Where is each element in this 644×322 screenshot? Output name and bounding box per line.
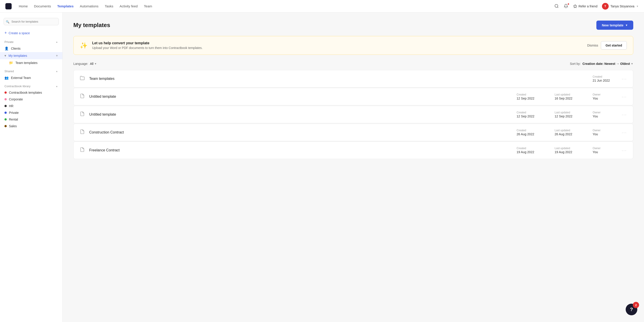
- language-filter: Language: All ▼: [73, 62, 97, 66]
- create-space-button[interactable]: + Create a space: [0, 29, 62, 37]
- sidebar-item-external-team[interactable]: 👥 External Team: [0, 74, 62, 82]
- brown-dot-icon: [4, 125, 7, 127]
- meta-last-updated: Last updated 26 Aug 2022: [554, 129, 579, 136]
- new-template-button[interactable]: New template ▼: [596, 20, 633, 30]
- create-space-label: Create a space: [9, 31, 30, 35]
- conversion-banner: ✨ Let us help convert your template Uplo…: [73, 36, 633, 55]
- sidebar-item-label: HR: [9, 104, 14, 108]
- sort-label: Sort by:: [570, 62, 580, 66]
- green-dot-icon: [4, 118, 7, 120]
- meta-owner: Owner You: [592, 129, 617, 136]
- shared-section-label: Shared: [4, 70, 14, 73]
- shared-section-arrow: ▲: [56, 70, 58, 72]
- new-template-label: New template: [602, 23, 624, 27]
- sidebar-item-rental[interactable]: Rental: [0, 116, 62, 123]
- nav-activity-feed[interactable]: Activity feed: [120, 4, 138, 8]
- created-value: 12 Sep 2022: [516, 114, 541, 118]
- sidebar-item-label: Corporate: [9, 98, 23, 101]
- sidebar-item-contractbook-templates[interactable]: Contractbook templates: [0, 89, 62, 96]
- person-icon: 👤: [4, 46, 9, 50]
- template-meta: Created 26 Aug 2022 Last updated 26 Aug …: [516, 129, 617, 136]
- template-row[interactable]: Untitled template Created 12 Sep 2022 La…: [73, 106, 633, 123]
- template-meta: Created 21 Jun 2022: [592, 75, 617, 82]
- search-input[interactable]: [4, 18, 59, 25]
- language-filter-value[interactable]: All ▼: [90, 62, 96, 66]
- created-value: 26 Aug 2022: [516, 132, 541, 136]
- created-value: 12 Sep 2022: [516, 96, 541, 100]
- file-icon: [80, 111, 85, 118]
- template-meta: Created 12 Sep 2022 Last updated 16 Sep …: [516, 93, 617, 100]
- private-section-label: Private: [4, 40, 14, 44]
- new-template-arrow: ▼: [625, 24, 628, 27]
- last-updated-value: 19 Aug 2022: [554, 150, 579, 154]
- nav-templates[interactable]: Templates: [57, 4, 74, 8]
- sort-value[interactable]: Creation date: Newest → Oldest ▼: [582, 62, 633, 66]
- created-label: Created: [592, 75, 617, 78]
- sidebar-item-hr[interactable]: HR: [0, 103, 62, 109]
- user-name: Tanya Stoyanova: [610, 4, 634, 8]
- chevron-down-icon: ▾: [4, 54, 6, 58]
- meta-created: Created 19 Aug 2022: [516, 147, 541, 154]
- red-dot-icon: [4, 92, 7, 94]
- sidebar: 🔍 + Create a space Private ▲ 👤 Clients ▾…: [0, 12, 62, 322]
- template-row[interactable]: Freelance Contract Created 19 Aug 2022 L…: [73, 142, 633, 159]
- owner-value: You: [592, 132, 617, 136]
- main-content: My templates New template ▼ ✨ Let us hel…: [62, 12, 644, 322]
- template-row[interactable]: Team templates Created 21 Jun 2022 ···: [73, 70, 633, 88]
- template-row[interactable]: Untitled template Created 12 Sep 2022 La…: [73, 88, 633, 105]
- owner-value: You: [592, 150, 617, 154]
- created-value: 21 Jun 2022: [592, 79, 617, 82]
- sidebar-item-team-templates[interactable]: 📁 Team templates: [0, 59, 62, 66]
- help-badge: 2 ?: [626, 304, 637, 315]
- template-name: Untitled template: [89, 94, 512, 98]
- sidebar-section-library[interactable]: Contractbook library ▲: [0, 83, 62, 89]
- sidebar-item-private[interactable]: Private: [0, 109, 62, 116]
- owner-value: You: [592, 114, 617, 118]
- more-options-icon[interactable]: ···: [622, 130, 627, 135]
- sidebar-item-label: Clients: [11, 47, 20, 50]
- nav-automations[interactable]: Automations: [80, 4, 98, 8]
- notification-dot: [568, 3, 569, 5]
- plus-icon: +: [4, 31, 7, 35]
- nav-documents[interactable]: Documents: [34, 4, 51, 8]
- sidebar-section-private[interactable]: Private ▲: [0, 39, 62, 45]
- banner-subtitle: Upload your Word or PDF documents to tur…: [92, 46, 583, 50]
- more-options-icon[interactable]: ···: [622, 112, 627, 117]
- meta-owner: Owner You: [592, 111, 617, 118]
- help-icon: ?: [630, 306, 633, 312]
- more-options-icon[interactable]: ···: [622, 76, 627, 82]
- sort-arrow: ▼: [631, 62, 633, 65]
- last-updated-label: Last updated: [554, 111, 579, 114]
- notifications-icon[interactable]: [564, 4, 569, 9]
- more-options-icon[interactable]: ···: [622, 148, 627, 153]
- help-button[interactable]: 2 ?: [626, 304, 637, 315]
- add-template-icon[interactable]: +: [56, 54, 58, 58]
- topnav-right: Refer a friend T Tanya Stoyanova ▼: [554, 3, 639, 10]
- dismiss-button[interactable]: Dismiss: [587, 44, 598, 47]
- sidebar-item-clients[interactable]: 👤 Clients: [0, 45, 62, 52]
- search-icon[interactable]: [554, 4, 559, 9]
- template-row[interactable]: Construction Contract Created 26 Aug 202…: [73, 124, 633, 141]
- owner-label: Owner: [592, 111, 617, 114]
- meta-created: Created 26 Aug 2022: [516, 129, 541, 136]
- nav-tasks[interactable]: Tasks: [105, 4, 113, 8]
- more-options-icon[interactable]: ···: [622, 94, 627, 99]
- user-dropdown-arrow: ▼: [636, 5, 639, 8]
- file-icon: [80, 147, 85, 154]
- created-label: Created: [516, 129, 541, 132]
- user-menu[interactable]: T Tanya Stoyanova ▼: [602, 3, 639, 10]
- search-icon-sidebar: 🔍: [6, 20, 10, 23]
- sidebar-item-label: Team templates: [16, 61, 38, 64]
- sidebar-item-corporate[interactable]: Corporate: [0, 96, 62, 103]
- get-started-button[interactable]: Get started: [601, 41, 627, 50]
- refer-friend-button[interactable]: Refer a friend: [573, 4, 598, 8]
- layout: 🔍 + Create a space Private ▲ 👤 Clients ▾…: [0, 12, 644, 322]
- sparkle-icon: ✨: [80, 42, 88, 49]
- created-label: Created: [516, 111, 541, 114]
- nav-team[interactable]: Team: [144, 4, 152, 8]
- nav-home[interactable]: Home: [19, 4, 28, 8]
- sidebar-section-shared[interactable]: Shared ▲: [0, 68, 62, 74]
- sidebar-item-sales[interactable]: Sales: [0, 123, 62, 130]
- sidebar-item-my-templates[interactable]: ▾ My templates +: [0, 52, 62, 59]
- group-icon: 👥: [4, 76, 9, 80]
